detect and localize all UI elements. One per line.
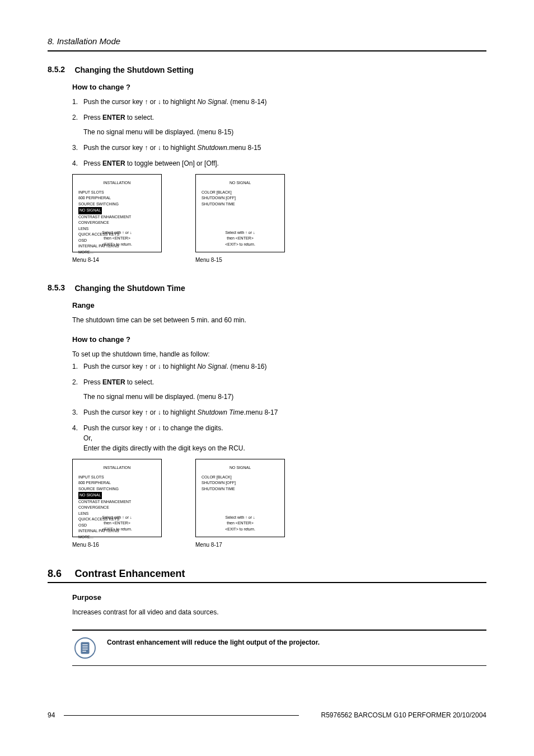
step-3: Push the cursor key ↑ or ↓ to highlight … [72, 143, 486, 153]
menu-item: MORE... [78, 250, 156, 256]
menu-item: SHUTDOWN TIME [202, 201, 279, 208]
svg-rect-1 [81, 642, 89, 654]
section-title: Changing the Shutdown Time [74, 284, 185, 293]
step-2: Press ENTER to select. The no signal men… [72, 112, 486, 137]
note-block: Contrast enhancement will reduce the lig… [72, 630, 486, 666]
step-1: Push the cursor key ↑ or ↓ to highlight … [72, 361, 486, 372]
purpose-text: Increases contrast for all video and dat… [72, 607, 486, 617]
menu-item: MORE... [78, 534, 156, 541]
menu-item: CONTRAST ENHANCEMENT [78, 214, 156, 220]
menu-item: SOURCE SWITCHING [78, 486, 156, 492]
menu-item: SHUTDOWN [OFF] [202, 195, 279, 201]
step-3: Push the cursor key ↑ or ↓ to highlight … [72, 407, 486, 417]
section-number: 8.5.2 [48, 65, 72, 74]
menu-figures-row: INSTALLATION INPUT SLOTS800 PERIPHERALSO… [72, 459, 486, 548]
menu-item: 800 PERIPHERAL [78, 480, 156, 486]
section-title: Changing the Shutdown Setting [74, 65, 193, 74]
menu-8-17-box: NO SIGNAL COLOR [BLACK]SHUTDOWN [OFF]SHU… [195, 459, 285, 537]
howto-heading: How to change ? [72, 335, 486, 344]
step-2: Press ENTER to select. The no signal men… [72, 377, 486, 402]
menu-item: SHUTDOWN [OFF] [202, 480, 279, 486]
note-text: Contrast enhancement will reduce the lig… [107, 637, 320, 646]
steps-list: Push the cursor key ↑ or ↓ to highlight … [72, 361, 486, 453]
howto-heading: How to change ? [72, 83, 486, 91]
menu-8-15-caption: Menu 8-15 [195, 257, 285, 263]
menu-item: INPUT SLOTS [78, 190, 156, 196]
menu-8-14-caption: Menu 8-14 [72, 257, 162, 263]
section-8-5-2: 8.5.2 Changing the Shutdown Setting [48, 65, 486, 75]
section-title: Contrast Enhancement [74, 568, 185, 580]
menu-8-16-caption: Menu 8-16 [72, 542, 162, 548]
section-8-6: 8.6 Contrast Enhancement [48, 568, 486, 580]
menu-item: INPUT SLOTS [78, 475, 156, 481]
menu-item: 800 PERIPHERAL [78, 195, 156, 201]
menu-item: CONTRAST ENHANCEMENT [78, 499, 156, 505]
rule [48, 50, 486, 51]
menu-figures-row: INSTALLATION INPUT SLOTS800 PERIPHERALSO… [72, 174, 486, 263]
menu-item: NO SIGNAL [78, 492, 102, 499]
chapter-heading: 8. Installation Mode [48, 36, 486, 46]
menu-item: NO SIGNAL [78, 207, 102, 214]
menu-8-15-box: NO SIGNAL COLOR [BLACK]SHUTDOWN [OFF]SHU… [195, 174, 285, 252]
menu-item: CONVERGENCE [78, 505, 156, 511]
menu-item: CONVERGENCE [78, 220, 156, 226]
section-number: 8.6 [48, 568, 72, 580]
intro-text: To set up the shutdown time, handle as f… [72, 349, 486, 359]
section-number: 8.5.3 [48, 283, 72, 292]
menu-8-14-box: INSTALLATION INPUT SLOTS800 PERIPHERALSO… [72, 174, 162, 252]
page-number: 94 [48, 711, 55, 719]
menu-8-16-box: INSTALLATION INPUT SLOTS800 PERIPHERALSO… [72, 459, 162, 537]
step-4: Press ENTER to toggle between [On] or [O… [72, 158, 486, 168]
purpose-heading: Purpose [72, 593, 486, 602]
menu-item: COLOR [BLACK] [202, 190, 279, 196]
page-footer: 94 R5976562 BARCOSLM G10 PERFORMER 20/10… [48, 711, 486, 719]
step-1: Push the cursor key ↑ or ↓ to highlight … [72, 97, 486, 107]
section-8-5-3: 8.5.3 Changing the Shutdown Time [48, 283, 486, 293]
range-heading: Range [72, 301, 486, 309]
rule [48, 582, 486, 583]
document-icon [74, 637, 96, 659]
step-4: Push the cursor key ↑ or ↓ to change the… [72, 423, 486, 453]
menu-item: SHUTDOWN TIME [202, 486, 279, 492]
menu-item: COLOR [BLACK] [202, 475, 279, 481]
menu-item: SOURCE SWITCHING [78, 201, 156, 208]
steps-list: Push the cursor key ↑ or ↓ to highlight … [72, 97, 486, 168]
doc-id: R5976562 BARCOSLM G10 PERFORMER 20/10/20… [321, 711, 486, 719]
range-text: The shutdown time can be set between 5 m… [72, 315, 486, 325]
menu-8-17-caption: Menu 8-17 [195, 542, 285, 548]
